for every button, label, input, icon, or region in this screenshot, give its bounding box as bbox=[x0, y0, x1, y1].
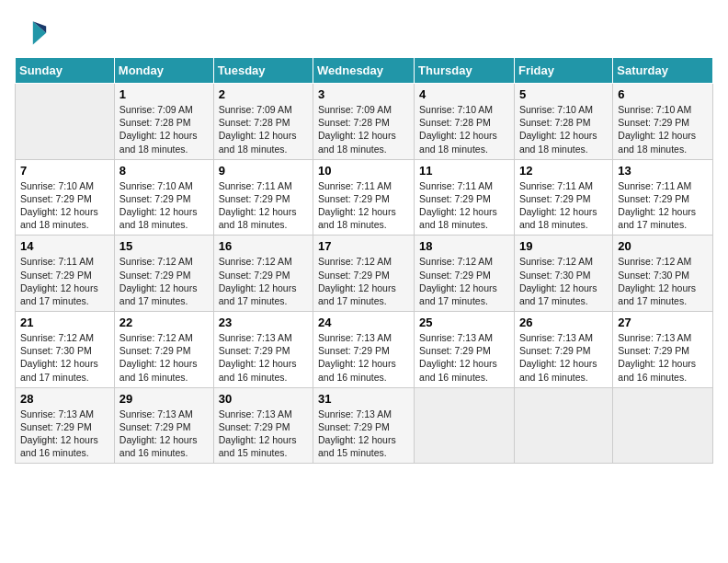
day-number: 13 bbox=[618, 164, 708, 178]
day-number: 18 bbox=[419, 239, 509, 253]
day-info: Sunrise: 7:09 AMSunset: 7:28 PMDaylight:… bbox=[318, 103, 409, 155]
day-info: Sunrise: 7:13 AMSunset: 7:29 PMDaylight:… bbox=[318, 331, 409, 384]
day-info: Sunrise: 7:10 AMSunset: 7:28 PMDaylight:… bbox=[519, 103, 608, 155]
day-info: Sunrise: 7:13 AMSunset: 7:29 PMDaylight:… bbox=[419, 331, 509, 384]
calendar-cell: 10Sunrise: 7:11 AMSunset: 7:29 PMDayligh… bbox=[313, 159, 415, 236]
calendar-cell: 14Sunrise: 7:11 AMSunset: 7:29 PMDayligh… bbox=[16, 236, 115, 312]
calendar-week-4: 21Sunrise: 7:12 AMSunset: 7:30 PMDayligh… bbox=[16, 312, 713, 388]
calendar-cell: 24Sunrise: 7:13 AMSunset: 7:29 PMDayligh… bbox=[313, 312, 415, 388]
day-info: Sunrise: 7:12 AMSunset: 7:30 PMDaylight:… bbox=[519, 255, 608, 307]
day-info: Sunrise: 7:11 AMSunset: 7:29 PMDaylight:… bbox=[20, 255, 109, 307]
day-number: 22 bbox=[119, 316, 209, 329]
day-number: 6 bbox=[618, 87, 708, 101]
calendar-cell bbox=[415, 387, 515, 464]
day-info: Sunrise: 7:13 AMSunset: 7:29 PMDaylight:… bbox=[519, 331, 608, 384]
weekday-header-tuesday: Tuesday bbox=[213, 58, 313, 84]
calendar-cell: 31Sunrise: 7:13 AMSunset: 7:29 PMDayligh… bbox=[313, 387, 415, 464]
calendar-cell: 12Sunrise: 7:11 AMSunset: 7:29 PMDayligh… bbox=[514, 159, 612, 236]
calendar-cell: 16Sunrise: 7:12 AMSunset: 7:29 PMDayligh… bbox=[213, 236, 313, 312]
day-number: 10 bbox=[318, 164, 409, 178]
day-info: Sunrise: 7:11 AMSunset: 7:29 PMDaylight:… bbox=[318, 179, 409, 232]
calendar-week-3: 14Sunrise: 7:11 AMSunset: 7:29 PMDayligh… bbox=[16, 236, 713, 312]
day-info: Sunrise: 7:10 AMSunset: 7:29 PMDaylight:… bbox=[618, 103, 708, 155]
calendar-cell: 5Sunrise: 7:10 AMSunset: 7:28 PMDaylight… bbox=[514, 84, 612, 160]
day-number: 4 bbox=[419, 87, 509, 101]
day-number: 28 bbox=[20, 392, 109, 406]
day-info: Sunrise: 7:11 AMSunset: 7:29 PMDaylight:… bbox=[219, 179, 308, 232]
page-header bbox=[15, 15, 713, 48]
day-number: 8 bbox=[119, 164, 209, 178]
calendar-cell: 1Sunrise: 7:09 AMSunset: 7:28 PMDaylight… bbox=[114, 84, 213, 160]
calendar-cell: 22Sunrise: 7:12 AMSunset: 7:29 PMDayligh… bbox=[114, 312, 213, 388]
day-info: Sunrise: 7:12 AMSunset: 7:30 PMDaylight:… bbox=[20, 331, 109, 384]
day-number: 14 bbox=[20, 239, 109, 253]
calendar-cell: 18Sunrise: 7:12 AMSunset: 7:29 PMDayligh… bbox=[415, 236, 515, 312]
day-number: 25 bbox=[419, 316, 509, 329]
day-number: 2 bbox=[219, 87, 308, 101]
day-info: Sunrise: 7:09 AMSunset: 7:28 PMDaylight:… bbox=[119, 103, 209, 155]
day-number: 31 bbox=[318, 392, 409, 406]
calendar-cell: 15Sunrise: 7:12 AMSunset: 7:29 PMDayligh… bbox=[114, 236, 213, 312]
calendar-cell: 4Sunrise: 7:10 AMSunset: 7:28 PMDaylight… bbox=[415, 84, 515, 160]
calendar-cell: 3Sunrise: 7:09 AMSunset: 7:28 PMDaylight… bbox=[313, 84, 415, 160]
day-info: Sunrise: 7:11 AMSunset: 7:29 PMDaylight:… bbox=[419, 179, 509, 232]
calendar-cell: 17Sunrise: 7:12 AMSunset: 7:29 PMDayligh… bbox=[313, 236, 415, 312]
calendar-week-1: 1Sunrise: 7:09 AMSunset: 7:28 PMDaylight… bbox=[16, 84, 713, 160]
day-info: Sunrise: 7:12 AMSunset: 7:30 PMDaylight:… bbox=[618, 255, 708, 307]
logo bbox=[15, 15, 51, 48]
day-info: Sunrise: 7:11 AMSunset: 7:29 PMDaylight:… bbox=[519, 179, 608, 232]
calendar-cell: 20Sunrise: 7:12 AMSunset: 7:30 PMDayligh… bbox=[613, 236, 713, 312]
day-number: 27 bbox=[618, 316, 708, 329]
day-info: Sunrise: 7:10 AMSunset: 7:28 PMDaylight:… bbox=[419, 103, 509, 155]
logo-icon bbox=[15, 15, 48, 48]
calendar-cell: 2Sunrise: 7:09 AMSunset: 7:28 PMDaylight… bbox=[213, 84, 313, 160]
calendar-cell: 29Sunrise: 7:13 AMSunset: 7:29 PMDayligh… bbox=[114, 387, 213, 464]
calendar-header: SundayMondayTuesdayWednesdayThursdayFrid… bbox=[16, 58, 713, 84]
calendar-table: SundayMondayTuesdayWednesdayThursdayFrid… bbox=[15, 57, 713, 464]
calendar-cell: 6Sunrise: 7:10 AMSunset: 7:29 PMDaylight… bbox=[613, 84, 713, 160]
day-number: 19 bbox=[519, 239, 608, 253]
calendar-cell bbox=[613, 387, 713, 464]
day-info: Sunrise: 7:11 AMSunset: 7:29 PMDaylight:… bbox=[618, 179, 708, 232]
day-info: Sunrise: 7:13 AMSunset: 7:29 PMDaylight:… bbox=[119, 408, 209, 460]
calendar-week-5: 28Sunrise: 7:13 AMSunset: 7:29 PMDayligh… bbox=[16, 387, 713, 464]
day-number: 20 bbox=[618, 239, 708, 253]
day-info: Sunrise: 7:12 AMSunset: 7:29 PMDaylight:… bbox=[219, 255, 308, 307]
day-number: 12 bbox=[519, 164, 608, 178]
day-info: Sunrise: 7:10 AMSunset: 7:29 PMDaylight:… bbox=[119, 179, 209, 232]
calendar-cell: 28Sunrise: 7:13 AMSunset: 7:29 PMDayligh… bbox=[16, 387, 115, 464]
calendar-cell: 26Sunrise: 7:13 AMSunset: 7:29 PMDayligh… bbox=[514, 312, 612, 388]
calendar-cell: 13Sunrise: 7:11 AMSunset: 7:29 PMDayligh… bbox=[613, 159, 713, 236]
day-number: 11 bbox=[419, 164, 509, 178]
day-info: Sunrise: 7:13 AMSunset: 7:29 PMDaylight:… bbox=[318, 408, 409, 460]
day-number: 16 bbox=[219, 239, 308, 253]
calendar-cell: 30Sunrise: 7:13 AMSunset: 7:29 PMDayligh… bbox=[213, 387, 313, 464]
calendar-cell: 11Sunrise: 7:11 AMSunset: 7:29 PMDayligh… bbox=[415, 159, 515, 236]
calendar-cell: 19Sunrise: 7:12 AMSunset: 7:30 PMDayligh… bbox=[514, 236, 612, 312]
day-info: Sunrise: 7:13 AMSunset: 7:29 PMDaylight:… bbox=[20, 408, 109, 460]
day-info: Sunrise: 7:12 AMSunset: 7:29 PMDaylight:… bbox=[119, 331, 209, 384]
day-info: Sunrise: 7:12 AMSunset: 7:29 PMDaylight:… bbox=[119, 255, 209, 307]
calendar-cell: 9Sunrise: 7:11 AMSunset: 7:29 PMDaylight… bbox=[213, 159, 313, 236]
calendar-cell: 7Sunrise: 7:10 AMSunset: 7:29 PMDaylight… bbox=[16, 159, 115, 236]
day-number: 7 bbox=[20, 164, 109, 178]
day-info: Sunrise: 7:12 AMSunset: 7:29 PMDaylight:… bbox=[318, 255, 409, 307]
calendar-cell: 8Sunrise: 7:10 AMSunset: 7:29 PMDaylight… bbox=[114, 159, 213, 236]
calendar-week-2: 7Sunrise: 7:10 AMSunset: 7:29 PMDaylight… bbox=[16, 159, 713, 236]
day-info: Sunrise: 7:13 AMSunset: 7:29 PMDaylight:… bbox=[219, 408, 308, 460]
calendar-cell: 27Sunrise: 7:13 AMSunset: 7:29 PMDayligh… bbox=[613, 312, 713, 388]
day-number: 21 bbox=[20, 316, 109, 329]
calendar-cell: 25Sunrise: 7:13 AMSunset: 7:29 PMDayligh… bbox=[415, 312, 515, 388]
day-number: 23 bbox=[219, 316, 308, 329]
day-info: Sunrise: 7:12 AMSunset: 7:29 PMDaylight:… bbox=[419, 255, 509, 307]
weekday-header-monday: Monday bbox=[114, 58, 213, 84]
day-number: 30 bbox=[219, 392, 308, 406]
calendar-cell: 21Sunrise: 7:12 AMSunset: 7:30 PMDayligh… bbox=[16, 312, 115, 388]
day-info: Sunrise: 7:13 AMSunset: 7:29 PMDaylight:… bbox=[219, 331, 308, 384]
weekday-header-wednesday: Wednesday bbox=[313, 58, 415, 84]
weekday-header-thursday: Thursday bbox=[415, 58, 515, 84]
day-number: 29 bbox=[119, 392, 209, 406]
weekday-header-saturday: Saturday bbox=[613, 58, 713, 84]
day-number: 5 bbox=[519, 87, 608, 101]
calendar-cell bbox=[16, 84, 115, 160]
